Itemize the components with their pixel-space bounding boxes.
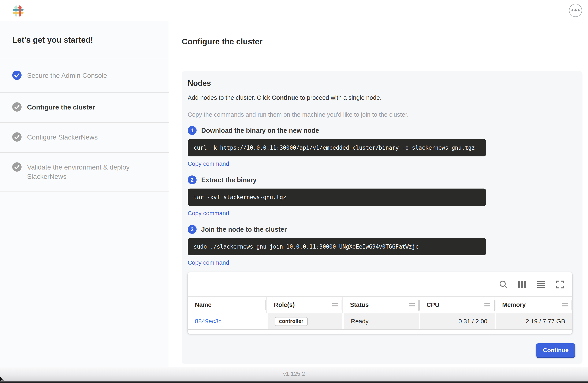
- column-header-memory[interactable]: Memory: [495, 297, 572, 313]
- search-icon[interactable]: [498, 280, 508, 289]
- check-circle-icon: [12, 132, 21, 142]
- top-bar: [0, 0, 588, 21]
- sidebar-item-label: Configure SlackerNews: [27, 133, 98, 142]
- nodes-intro: Add nodes to the cluster. Click Continue…: [188, 94, 575, 101]
- nodes-table-panel: Name Role(s) Status: [188, 272, 572, 334]
- nodes-heading: Nodes: [188, 79, 575, 88]
- intro-continue-emphasis: Continue: [272, 94, 298, 101]
- app-version: v1.125.2: [283, 371, 305, 377]
- step-3-copy-command-link[interactable]: Copy command: [188, 259, 229, 266]
- step-2-command: tar -xvf slackernews-gnu.tgz: [188, 189, 486, 206]
- step-1-command: curl -k https://10.0.0.11:30000/api/v1/e…: [188, 139, 486, 156]
- table-header-row: Name Role(s) Status: [188, 296, 572, 313]
- step-2-header: 2 Extract the binary: [188, 175, 575, 184]
- step-2-badge: 2: [188, 175, 197, 184]
- table-toolbar: [188, 272, 572, 296]
- node-name-cell: 8849ec3c: [188, 313, 266, 329]
- sidebar-item-label: Configure the cluster: [27, 103, 95, 112]
- column-header-status[interactable]: Status: [342, 297, 419, 313]
- drag-handle-icon[interactable]: [484, 303, 490, 306]
- check-circle-icon: [12, 162, 21, 172]
- sidebar: Let's get you started! Secure the Admin …: [0, 21, 169, 367]
- continue-button[interactable]: Continue: [536, 343, 575, 357]
- sidebar-item-configure-cluster[interactable]: Configure the cluster: [0, 93, 169, 123]
- column-header-roles[interactable]: Role(s): [266, 297, 342, 313]
- step-1-copy-command-link[interactable]: Copy command: [188, 160, 229, 167]
- step-3-header: 3 Join the node to the cluster: [188, 225, 575, 234]
- node-status-cell: Ready: [342, 313, 419, 329]
- node-cpu-cell: 0.31 / 2.00: [419, 313, 495, 329]
- drag-handle-icon[interactable]: [332, 303, 338, 306]
- sidebar-item-secure-admin-console[interactable]: Secure the Admin Console: [0, 59, 169, 93]
- nodes-card: Nodes Add nodes to the cluster. Click Co…: [182, 71, 583, 364]
- step-3-title: Join the node to the cluster: [201, 226, 287, 233]
- step-3-command: sudo ./slackernews-gnu join 10.0.0.11:30…: [188, 238, 486, 255]
- node-roles-cell: controller: [266, 313, 342, 329]
- drag-handle-icon[interactable]: [562, 303, 568, 306]
- column-header-cpu[interactable]: CPU: [419, 297, 495, 313]
- column-header-name[interactable]: Name: [188, 297, 266, 313]
- step-3-badge: 3: [188, 225, 197, 234]
- ellipsis-menu-icon[interactable]: [569, 4, 582, 17]
- fullscreen-icon[interactable]: [555, 280, 565, 289]
- sidebar-item-configure-slackernews[interactable]: Configure SlackerNews: [0, 123, 169, 153]
- columns-icon[interactable]: [517, 280, 527, 289]
- title-divider: [182, 58, 583, 58]
- sidebar-item-validate-deploy[interactable]: Validate the environment & deploy Slacke…: [0, 153, 169, 192]
- step-1-header: 1 Download the binary on the new node: [188, 126, 575, 135]
- role-chip: controller: [275, 317, 308, 326]
- sidebar-heading: Let's get you started!: [0, 21, 169, 59]
- page-title: Configure the cluster: [182, 37, 583, 46]
- step-2-copy-command-link[interactable]: Copy command: [188, 210, 229, 216]
- main-content: Configure the cluster Nodes Add nodes to…: [169, 21, 588, 367]
- slackernews-logo-icon: [12, 4, 24, 17]
- app-window: Let's get you started! Secure the Admin …: [0, 0, 588, 383]
- check-circle-icon: [12, 71, 21, 80]
- step-1-title: Download the binary on the new node: [201, 127, 319, 134]
- drag-handle-icon[interactable]: [409, 303, 415, 306]
- mouse-cursor: [0, 377, 4, 382]
- step-1-badge: 1: [188, 126, 197, 135]
- step-2-title: Extract the binary: [201, 176, 257, 184]
- density-icon[interactable]: [536, 280, 546, 289]
- table-row: 8849ec3c controller Ready 0.31 / 2.00 2.…: [188, 313, 572, 330]
- footer-bar: v1.125.2: [0, 367, 588, 381]
- join-instruction: Copy the commands and run them on the ma…: [188, 111, 575, 118]
- column-resize-handle[interactable]: [571, 300, 572, 311]
- bottom-edge-bar: [0, 381, 588, 383]
- node-memory-cell: 2.19 / 7.77 GB: [495, 313, 572, 329]
- check-circle-icon: [12, 102, 21, 112]
- sidebar-item-label: Secure the Admin Console: [27, 71, 107, 80]
- sidebar-item-label: Validate the environment & deploy Slacke…: [27, 163, 156, 181]
- node-name-link[interactable]: 8849ec3c: [195, 318, 222, 325]
